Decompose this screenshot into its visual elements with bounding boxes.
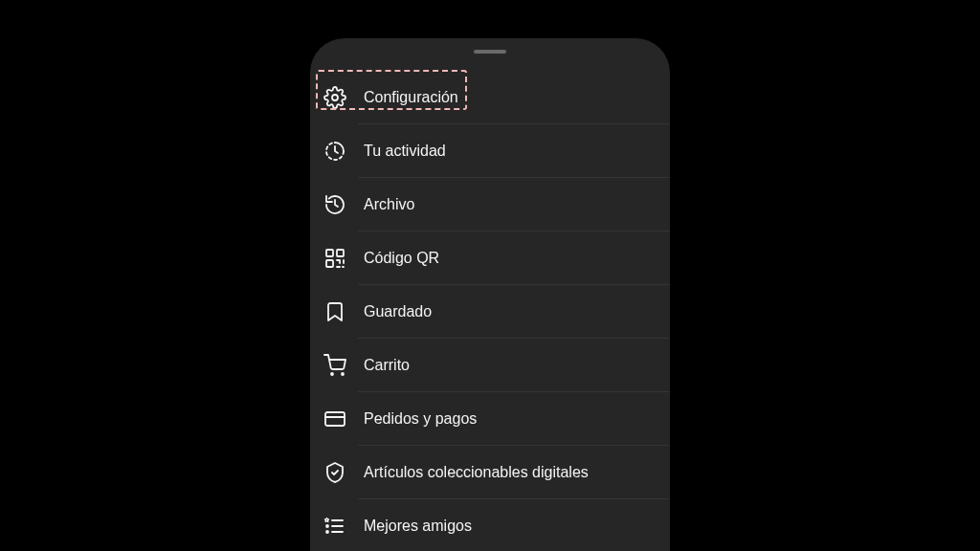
menu-item-archivo[interactable]: Archivo [310,178,670,231]
menu-item-carrito[interactable]: Carrito [310,339,670,392]
svg-point-5 [342,373,344,375]
cart-icon [322,352,348,379]
menu-label: Pedidos y pagos [364,410,477,428]
svg-point-4 [331,373,333,375]
svg-rect-3 [326,260,333,267]
menu-label: Configuración [364,89,458,106]
svg-point-12 [326,525,328,527]
svg-rect-6 [325,412,345,426]
menu-label: Artículos coleccionables digitales [364,464,589,481]
menu-label: Carrito [364,357,410,374]
menu-label: Guardado [364,303,432,320]
menu-item-pedidos[interactable]: Pedidos y pagos [310,392,670,446]
menu-item-mejores-amigos[interactable]: Mejores amigos [310,499,670,551]
settings-sheet: Configuración Tu actividad Archivo Códig… [310,38,670,551]
activity-icon [322,138,348,165]
card-icon [322,406,348,432]
svg-rect-1 [326,250,333,256]
svg-point-13 [326,531,328,533]
menu-item-configuracion[interactable]: Configuración [310,71,670,124]
list-star-icon [322,513,348,540]
menu-item-coleccionables[interactable]: Artículos coleccionables digitales [310,446,670,499]
archive-icon [322,191,348,218]
menu-item-guardado[interactable]: Guardado [310,285,670,339]
svg-rect-2 [337,250,344,256]
menu-list: Configuración Tu actividad Archivo Códig… [310,38,670,551]
drag-handle[interactable] [474,50,506,54]
badge-icon [322,459,348,486]
menu-label: Código QR [364,250,439,267]
menu-item-qr[interactable]: Código QR [310,231,670,285]
qr-icon [322,245,348,272]
svg-marker-11 [324,518,328,522]
svg-point-0 [332,95,338,100]
gear-icon [322,84,348,111]
menu-item-actividad[interactable]: Tu actividad [310,124,670,178]
menu-label: Tu actividad [364,143,446,160]
menu-label: Mejores amigos [364,518,472,535]
menu-label: Archivo [364,196,414,213]
bookmark-icon [322,298,348,325]
